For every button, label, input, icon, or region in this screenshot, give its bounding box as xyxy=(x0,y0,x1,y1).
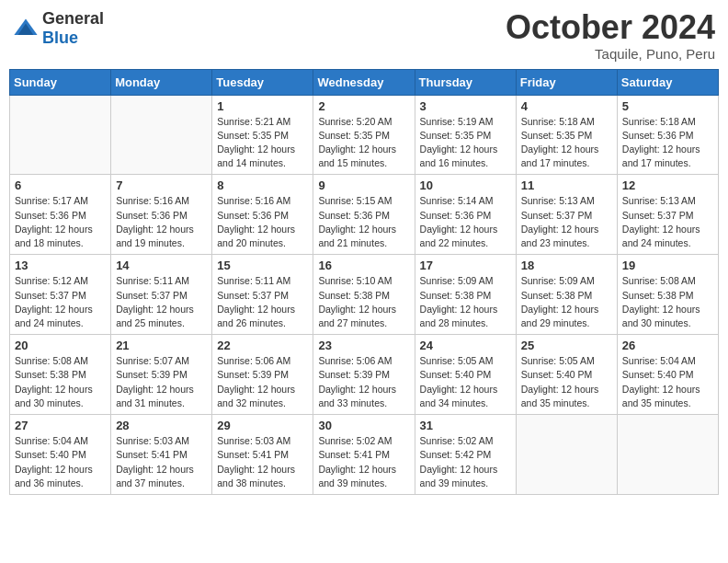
calendar-cell: 27Sunrise: 5:04 AM Sunset: 5:40 PM Dayli… xyxy=(10,415,111,495)
calendar-cell xyxy=(111,95,212,175)
calendar-cell: 31Sunrise: 5:02 AM Sunset: 5:42 PM Dayli… xyxy=(415,415,516,495)
day-number: 14 xyxy=(116,259,207,272)
day-number: 10 xyxy=(420,178,511,192)
day-number: 16 xyxy=(318,259,409,272)
calendar-cell: 21Sunrise: 5:07 AM Sunset: 5:39 PM Dayli… xyxy=(111,335,212,415)
calendar-cell: 25Sunrise: 5:05 AM Sunset: 5:40 PM Dayli… xyxy=(516,335,617,415)
day-info: Sunrise: 5:16 AM Sunset: 5:36 PM Dayligh… xyxy=(217,194,308,250)
col-tuesday: Tuesday xyxy=(212,69,313,95)
calendar-cell xyxy=(10,95,111,175)
logo-text-general: General xyxy=(42,9,104,28)
calendar-cell: 2Sunrise: 5:20 AM Sunset: 5:35 PM Daylig… xyxy=(313,95,415,175)
day-info: Sunrise: 5:08 AM Sunset: 5:38 PM Dayligh… xyxy=(622,274,713,330)
title-block: October 2024 Taquile, Puno, Peru xyxy=(506,9,715,62)
day-number: 17 xyxy=(420,259,511,272)
week-row-4: 20Sunrise: 5:08 AM Sunset: 5:38 PM Dayli… xyxy=(10,335,719,415)
day-number: 27 xyxy=(15,419,106,432)
day-info: Sunrise: 5:06 AM Sunset: 5:39 PM Dayligh… xyxy=(217,354,308,410)
day-number: 4 xyxy=(521,99,612,113)
calendar-cell: 15Sunrise: 5:11 AM Sunset: 5:37 PM Dayli… xyxy=(212,255,313,335)
calendar-cell xyxy=(516,415,617,495)
day-info: Sunrise: 5:17 AM Sunset: 5:36 PM Dayligh… xyxy=(15,194,106,250)
calendar-cell: 16Sunrise: 5:10 AM Sunset: 5:38 PM Dayli… xyxy=(313,255,415,335)
col-saturday: Saturday xyxy=(617,69,718,95)
day-info: Sunrise: 5:14 AM Sunset: 5:36 PM Dayligh… xyxy=(420,194,511,250)
day-info: Sunrise: 5:09 AM Sunset: 5:38 PM Dayligh… xyxy=(521,274,612,330)
day-info: Sunrise: 5:03 AM Sunset: 5:41 PM Dayligh… xyxy=(116,434,207,490)
col-thursday: Thursday xyxy=(415,69,516,95)
calendar-cell: 8Sunrise: 5:16 AM Sunset: 5:36 PM Daylig… xyxy=(212,175,313,255)
day-info: Sunrise: 5:02 AM Sunset: 5:41 PM Dayligh… xyxy=(318,434,409,490)
day-info: Sunrise: 5:05 AM Sunset: 5:40 PM Dayligh… xyxy=(420,354,511,410)
calendar-cell: 12Sunrise: 5:13 AM Sunset: 5:37 PM Dayli… xyxy=(617,175,718,255)
col-monday: Monday xyxy=(111,69,212,95)
day-info: Sunrise: 5:21 AM Sunset: 5:35 PM Dayligh… xyxy=(217,115,308,171)
month-title: October 2024 xyxy=(506,9,715,46)
day-number: 13 xyxy=(15,259,106,272)
calendar-cell: 30Sunrise: 5:02 AM Sunset: 5:41 PM Dayli… xyxy=(313,415,415,495)
day-number: 31 xyxy=(420,419,511,432)
day-number: 6 xyxy=(15,178,106,192)
calendar-cell: 20Sunrise: 5:08 AM Sunset: 5:38 PM Dayli… xyxy=(10,335,111,415)
calendar-cell: 28Sunrise: 5:03 AM Sunset: 5:41 PM Dayli… xyxy=(111,415,212,495)
logo-icon xyxy=(13,16,39,41)
week-row-1: 1Sunrise: 5:21 AM Sunset: 5:35 PM Daylig… xyxy=(10,95,719,175)
day-info: Sunrise: 5:06 AM Sunset: 5:39 PM Dayligh… xyxy=(318,354,409,410)
day-number: 7 xyxy=(116,178,207,192)
day-info: Sunrise: 5:20 AM Sunset: 5:35 PM Dayligh… xyxy=(318,115,409,171)
day-info: Sunrise: 5:12 AM Sunset: 5:37 PM Dayligh… xyxy=(15,274,106,330)
day-info: Sunrise: 5:11 AM Sunset: 5:37 PM Dayligh… xyxy=(217,274,308,330)
calendar-cell: 24Sunrise: 5:05 AM Sunset: 5:40 PM Dayli… xyxy=(415,335,516,415)
day-info: Sunrise: 5:04 AM Sunset: 5:40 PM Dayligh… xyxy=(622,354,713,410)
day-number: 19 xyxy=(622,259,713,272)
calendar-cell: 18Sunrise: 5:09 AM Sunset: 5:38 PM Dayli… xyxy=(516,255,617,335)
day-number: 11 xyxy=(521,178,612,192)
calendar-cell: 1Sunrise: 5:21 AM Sunset: 5:35 PM Daylig… xyxy=(212,95,313,175)
calendar-cell: 29Sunrise: 5:03 AM Sunset: 5:41 PM Dayli… xyxy=(212,415,313,495)
day-number: 23 xyxy=(318,339,409,352)
day-number: 1 xyxy=(217,99,308,113)
calendar-cell xyxy=(617,415,718,495)
col-wednesday: Wednesday xyxy=(313,69,415,95)
day-info: Sunrise: 5:02 AM Sunset: 5:42 PM Dayligh… xyxy=(420,434,511,490)
day-info: Sunrise: 5:07 AM Sunset: 5:39 PM Dayligh… xyxy=(116,354,207,410)
calendar-cell: 3Sunrise: 5:19 AM Sunset: 5:35 PM Daylig… xyxy=(415,95,516,175)
calendar-cell: 10Sunrise: 5:14 AM Sunset: 5:36 PM Dayli… xyxy=(415,175,516,255)
calendar-cell: 5Sunrise: 5:18 AM Sunset: 5:36 PM Daylig… xyxy=(617,95,718,175)
day-info: Sunrise: 5:08 AM Sunset: 5:38 PM Dayligh… xyxy=(15,354,106,410)
calendar-cell: 14Sunrise: 5:11 AM Sunset: 5:37 PM Dayli… xyxy=(111,255,212,335)
day-info: Sunrise: 5:18 AM Sunset: 5:35 PM Dayligh… xyxy=(521,115,612,171)
calendar-cell: 19Sunrise: 5:08 AM Sunset: 5:38 PM Dayli… xyxy=(617,255,718,335)
logo-text-blue: Blue xyxy=(42,29,78,47)
day-info: Sunrise: 5:13 AM Sunset: 5:37 PM Dayligh… xyxy=(622,194,713,250)
day-number: 26 xyxy=(622,339,713,352)
day-info: Sunrise: 5:09 AM Sunset: 5:38 PM Dayligh… xyxy=(420,274,511,330)
day-number: 9 xyxy=(318,178,409,192)
day-info: Sunrise: 5:18 AM Sunset: 5:36 PM Dayligh… xyxy=(622,115,713,171)
day-number: 12 xyxy=(622,178,713,192)
day-info: Sunrise: 5:04 AM Sunset: 5:40 PM Dayligh… xyxy=(15,434,106,490)
calendar-cell: 22Sunrise: 5:06 AM Sunset: 5:39 PM Dayli… xyxy=(212,335,313,415)
day-info: Sunrise: 5:03 AM Sunset: 5:41 PM Dayligh… xyxy=(217,434,308,490)
calendar-cell: 11Sunrise: 5:13 AM Sunset: 5:37 PM Dayli… xyxy=(516,175,617,255)
day-number: 5 xyxy=(622,99,713,113)
col-friday: Friday xyxy=(516,69,617,95)
logo: General Blue xyxy=(13,9,104,48)
day-info: Sunrise: 5:13 AM Sunset: 5:37 PM Dayligh… xyxy=(521,194,612,250)
calendar-cell: 23Sunrise: 5:06 AM Sunset: 5:39 PM Dayli… xyxy=(313,335,415,415)
day-number: 24 xyxy=(420,339,511,352)
calendar-header-row: Sunday Monday Tuesday Wednesday Thursday… xyxy=(10,69,719,95)
week-row-5: 27Sunrise: 5:04 AM Sunset: 5:40 PM Dayli… xyxy=(10,415,719,495)
col-sunday: Sunday xyxy=(10,69,111,95)
calendar-cell: 9Sunrise: 5:15 AM Sunset: 5:36 PM Daylig… xyxy=(313,175,415,255)
calendar-cell: 7Sunrise: 5:16 AM Sunset: 5:36 PM Daylig… xyxy=(111,175,212,255)
page-header: General Blue October 2024 Taquile, Puno,… xyxy=(9,9,719,62)
day-info: Sunrise: 5:10 AM Sunset: 5:38 PM Dayligh… xyxy=(318,274,409,330)
week-row-3: 13Sunrise: 5:12 AM Sunset: 5:37 PM Dayli… xyxy=(10,255,719,335)
day-number: 15 xyxy=(217,259,308,272)
day-number: 18 xyxy=(521,259,612,272)
day-number: 2 xyxy=(318,99,409,113)
day-number: 22 xyxy=(217,339,308,352)
calendar-cell: 26Sunrise: 5:04 AM Sunset: 5:40 PM Dayli… xyxy=(617,335,718,415)
day-info: Sunrise: 5:19 AM Sunset: 5:35 PM Dayligh… xyxy=(420,115,511,171)
